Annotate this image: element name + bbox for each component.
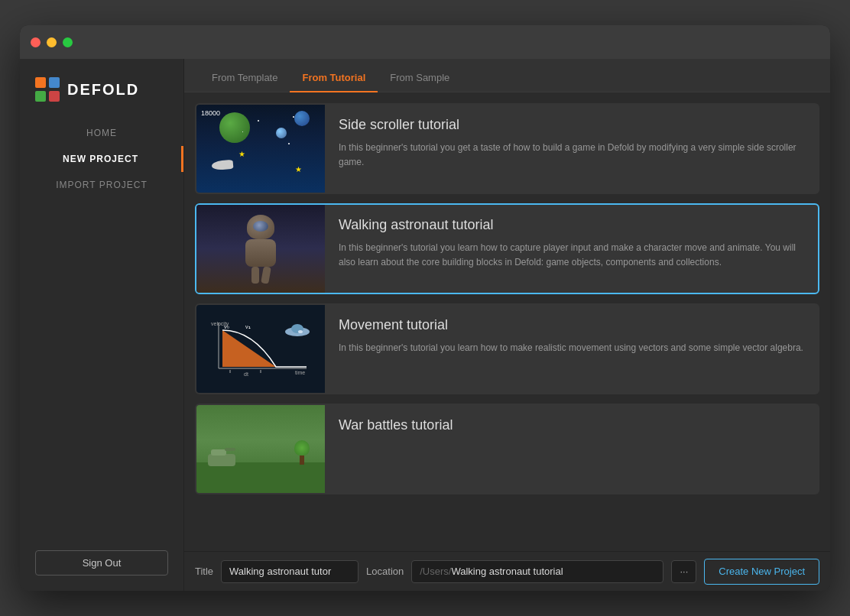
tutorial-thumb-walking-astronaut	[196, 205, 325, 293]
defold-logo-icon	[35, 77, 60, 102]
tutorial-card-side-scroller[interactable]: 18000 ★ ★	[195, 103, 819, 194]
tutorial-desc-side-scroller: In this beginner's tutorial you get a ta…	[339, 141, 804, 170]
star-2: ★	[295, 165, 302, 173]
sidebar-item-home[interactable]: HOME	[20, 120, 183, 146]
sidebar-item-import-project[interactable]: IMPORT PROJECT	[20, 172, 183, 198]
tutorial-title-walking-astronaut: Walking astronaut tutorial	[339, 217, 804, 233]
title-input[interactable]	[221, 560, 358, 583]
svg-rect-1	[49, 77, 60, 88]
tutorial-thumb-side-scroller: 18000 ★ ★	[196, 105, 325, 193]
war-tree	[294, 443, 310, 466]
create-new-project-button[interactable]: Create New Project	[704, 559, 819, 585]
tutorial-desc-movement: In this beginner's tutorial you learn ho…	[339, 341, 804, 355]
location-suffix: Walking astronaut tutorial	[451, 566, 563, 577]
tab-from-template[interactable]: From Template	[200, 64, 290, 92]
sidebar: DEFOLD HOME NEW PROJECT IMPORT PROJECT S…	[20, 59, 184, 591]
sidebar-bottom: Sign Out	[20, 535, 183, 591]
tutorial-info-movement: Movement tutorial In this beginner's tut…	[325, 305, 818, 393]
tutorial-title-war-battles: War battles tutorial	[339, 417, 804, 433]
tab-from-tutorial[interactable]: From Tutorial	[290, 64, 378, 92]
main-layout: DEFOLD HOME NEW PROJECT IMPORT PROJECT S…	[20, 59, 830, 591]
svg-point-15	[298, 330, 303, 333]
sidebar-item-new-project[interactable]: NEW PROJECT	[20, 146, 183, 172]
tutorial-card-war-battles[interactable]: War battles tutorial	[195, 404, 819, 494]
tutorial-info-walking-astronaut: Walking astronaut tutorial In this begin…	[325, 205, 818, 293]
svg-text:v₁: v₁	[245, 324, 251, 329]
sign-out-button[interactable]: Sign Out	[35, 550, 168, 575]
planet-sm2	[276, 128, 287, 138]
planet-big	[219, 112, 250, 143]
location-display: /Users/Walking astronaut tutorial	[411, 560, 663, 583]
tutorial-thumb-movement: velocity time v₀ v₁ dt	[196, 305, 325, 393]
tutorial-title-movement: Movement tutorial	[339, 317, 804, 333]
maximize-button[interactable]	[63, 37, 73, 47]
tab-from-sample[interactable]: From Sample	[378, 64, 462, 92]
planet-sm	[294, 111, 310, 126]
tutorial-list: 18000 ★ ★	[184, 92, 830, 551]
astronaut-figure	[234, 215, 287, 284]
tutorial-title-side-scroller: Side scroller tutorial	[339, 117, 804, 133]
svg-text:v₀: v₀	[224, 324, 229, 329]
content-area: From Template From Tutorial From Sample …	[184, 59, 830, 591]
location-browse-button[interactable]: ···	[671, 560, 696, 583]
score-label: 18000	[201, 109, 220, 117]
tutorial-thumb-war-battles	[196, 405, 325, 493]
tutorial-card-movement[interactable]: velocity time v₀ v₁ dt	[195, 303, 819, 394]
logo-area: DEFOLD	[20, 66, 183, 120]
movement-chart-svg: velocity time v₀ v₁ dt	[207, 315, 314, 384]
app-window: DEFOLD HOME NEW PROJECT IMPORT PROJECT S…	[20, 25, 830, 591]
logo-text: DEFOLD	[67, 81, 139, 99]
titlebar	[20, 25, 830, 59]
war-tank	[208, 454, 235, 466]
svg-rect-0	[35, 77, 46, 88]
svg-text:dt: dt	[244, 371, 248, 377]
traffic-lights	[31, 37, 73, 47]
tutorial-info-side-scroller: Side scroller tutorial In this beginner'…	[325, 105, 818, 193]
location-prefix: /Users/	[420, 566, 451, 577]
bottom-bar: Title Location /Users/Walking astronaut …	[184, 551, 830, 591]
tutorial-desc-walking-astronaut: In this beginner's tutorial you learn ho…	[339, 241, 804, 270]
title-label: Title	[195, 566, 213, 577]
close-button[interactable]	[31, 37, 41, 47]
star-1: ★	[238, 150, 245, 158]
location-label: Location	[366, 566, 404, 577]
spaceship	[212, 160, 234, 170]
minimize-button[interactable]	[47, 37, 57, 47]
tutorial-card-walking-astronaut[interactable]: Walking astronaut tutorial In this begin…	[195, 203, 819, 294]
tabs-bar: From Template From Tutorial From Sample	[184, 59, 830, 92]
svg-text:time: time	[295, 370, 305, 375]
svg-rect-3	[49, 91, 60, 102]
tutorial-info-war-battles: War battles tutorial	[325, 405, 818, 493]
svg-rect-2	[35, 91, 46, 102]
